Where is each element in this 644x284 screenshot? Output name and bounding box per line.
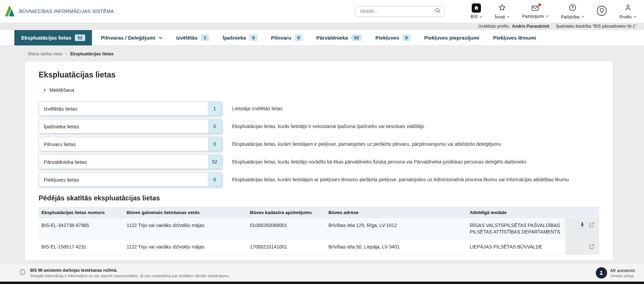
tab-badge: 0 (295, 34, 303, 41)
global-search (355, 6, 444, 17)
filter-count: 1 (208, 102, 222, 115)
search-toggle-label: Meklēšana (50, 87, 75, 93)
tab-piekluves[interactable]: Piekļuves 0 (375, 30, 410, 45)
cell-usage: 1122 Triju vai vairāku dzīvokļu mājas (124, 218, 247, 239)
tab-label: Piekļuves (375, 35, 399, 41)
recent-cases-table: Ekspluatācijas lietas numurs Būves galve… (39, 207, 599, 255)
filter-label: Īpašnieka lietas (39, 119, 208, 133)
cell-number: BIS-EL-158517-4231 (39, 239, 124, 254)
table-row[interactable]: BIS-EL-158517-4231 1122 Triju vai vairāk… (39, 239, 599, 254)
assistant-subtitle: Viedais palīgs (611, 274, 635, 278)
question-icon: ? (568, 3, 577, 13)
nav-profils-label: Profils (619, 14, 632, 19)
breadcrumb-mana-darba-vieta[interactable]: Mana darba vieta (28, 51, 62, 56)
filter-piekluves-lietas-button[interactable]: Piekļuves lietas 0 (39, 172, 222, 187)
search-icon[interactable] (435, 8, 441, 15)
cell-address: Brīvības iela 50, Liepāja, LV-3401 (326, 239, 467, 254)
nav-bis[interactable]: BIS (470, 3, 482, 19)
tab-label: Piekļuves pieprasījumi (424, 35, 480, 41)
filter-description: Lietotāja izvēlētās lietas (232, 105, 283, 112)
nav-profils[interactable]: Profils (619, 3, 636, 19)
tab-label: Piekļuves lēmumi (493, 35, 536, 41)
assistant-footer: BIS MI asistents darbojas testēšanas rež… (0, 264, 644, 282)
filter-count: 0 (208, 173, 222, 186)
filter-row: Piekļuves lietas 0 Ekspluatācijas lietas… (39, 172, 599, 187)
filter-description: Ekspluatācijas lietas, kurām lietotājam … (232, 176, 569, 183)
table-header-row: Ekspluatācijas lietas numurs Būves galve… (39, 207, 599, 218)
star-icon (498, 3, 506, 13)
bis-logo (4, 4, 16, 19)
tab-piekluves-lemumi[interactable]: Piekļuves lēmumi (493, 30, 536, 45)
filter-row: Pilnvaru lietas 0 Ekspluatācijas lietas,… (39, 137, 599, 151)
tab-badge: 1 (201, 34, 209, 41)
tab-izveletas[interactable]: Izvēlētās 1 (176, 30, 209, 45)
tab-label: Pārvaldnieka (316, 35, 348, 41)
selected-profile-organization: Īpašnieku biedrība "BIS pārvaldnieks Nr.… (556, 24, 636, 29)
notification-dot (538, 3, 541, 6)
assistant-launcher[interactable]: MI asistents Viedais palīgs (596, 267, 635, 279)
cell-authority: RĪGAS VALSTSPILSĒTAS PAŠVALDĪBAS PILSĒTA… (467, 218, 565, 239)
tab-ekspluatacijas-lietas[interactable]: Ekspluatācijas lietas 52 (14, 30, 92, 45)
chevron-down-icon (159, 37, 162, 39)
tab-badge: 0 (250, 34, 257, 41)
search-toggle[interactable]: › Meklēšana (43, 86, 74, 93)
tab-label: Īpašnieka (223, 35, 246, 41)
page-title: Ekspluatācijas lietas (39, 70, 599, 80)
info-icon (19, 269, 26, 277)
nav-pazinojumi-label: Paziņojumi (522, 14, 544, 19)
assistant-icon (596, 267, 607, 279)
cell-number: BIS-EL-342738-97965 (39, 218, 124, 239)
nav-assistant-bulb[interactable] (596, 3, 607, 19)
assistant-title: MI asistents (611, 268, 635, 273)
external-link-icon[interactable] (589, 222, 594, 228)
filter-ipasnieka-lietas-button[interactable]: Īpašnieka lietas 0 (39, 119, 222, 133)
filter-count: 0 (208, 119, 222, 133)
external-link-icon[interactable] (589, 244, 594, 249)
filter-parvaldnieka-lietas-button[interactable]: Pārvaldnieka lietas 52 (39, 155, 222, 169)
tab-piekluves-pieprasijumi[interactable]: Piekļuves pieprasījumi (424, 30, 480, 45)
cell-actions (565, 239, 599, 254)
filter-list: Izvēlētās lietas 1 Lietotāja izvēlētās l… (39, 101, 599, 187)
filter-description: Ekspluatācijas lietas, kurās lietotājs i… (232, 123, 424, 130)
chevron-down-icon (507, 16, 510, 18)
col-lietas-numurs: Ekspluatācijas lietas numurs (39, 207, 124, 218)
chevron-down-icon (546, 15, 549, 17)
chevron-down-icon (633, 16, 636, 18)
top-header: BŪVNIECĪBAS INFORMĀCIJAS SISTĒMA BIS Īsc… (0, 0, 644, 23)
filter-label: Piekļuves lietas (39, 173, 208, 186)
tab-label: Pilnvaras / Deleģējumi (101, 35, 155, 41)
filter-row: Īpašnieka lietas 0 Ekspluatācijas lietas… (39, 119, 599, 133)
home-icon (472, 3, 481, 13)
nav-palidziba[interactable]: ? Palīdzība (561, 3, 584, 19)
tab-parvaldnieka[interactable]: Pārvaldnieka 52 (316, 30, 362, 45)
tab-pilnvaras-delegejumi[interactable]: Pilnvaras / Deleģējumi (101, 30, 162, 45)
nav-isceli[interactable]: Īsceļi (495, 3, 510, 19)
tab-pilnvaru[interactable]: Pilnvaru 0 (271, 30, 303, 45)
chevron-right-icon: › (65, 51, 67, 56)
col-lietosanas-veids: Būves galvenais lietošanas veids (124, 207, 247, 218)
chevron-right-icon: › (43, 86, 46, 93)
tab-ipasnieka[interactable]: Īpašnieka 0 (223, 30, 257, 45)
filter-pilnvaru-lietas-button[interactable]: Pilnvaru lietas 0 (39, 137, 222, 151)
nav-pazinojumi[interactable]: Paziņojumi (522, 3, 549, 19)
tab-label: Izvēlētās (176, 35, 198, 41)
search-input[interactable] (359, 8, 435, 14)
brand[interactable]: BŪVNIECĪBAS INFORMĀCIJAS SISTĒMA (4, 4, 114, 19)
tab-label: Ekspluatācijas lietas (21, 35, 71, 41)
content-card: Ekspluatācijas lietas › Meklēšana Izvēlē… (25, 61, 613, 260)
chevron-down-icon (479, 16, 482, 18)
nav-palidziba-label: Palīdzība (561, 14, 579, 19)
assistant-disclaimer: BIS MI asistents darbojas testēšanas rež… (30, 268, 230, 278)
table-row[interactable]: BIS-EL-342738-97965 1122 Triju vai vairā… (39, 218, 599, 239)
cell-address: Brīvības iela 129, Rīga, LV-1012 (326, 218, 467, 239)
col-actions (565, 207, 599, 218)
cell-cadastre: 01000260068001 (247, 218, 326, 239)
filter-count: 52 (208, 155, 222, 169)
bottom-strip (0, 282, 644, 284)
filter-izveletas-lietas-button[interactable]: Izvēlētās lietas 1 (39, 101, 222, 116)
pin-icon[interactable] (580, 222, 585, 228)
chevron-down-icon (581, 16, 584, 18)
nav-isceli-label: Īsceļi (495, 14, 505, 19)
svg-text:?: ? (571, 5, 574, 10)
selected-profile-label: Izvēlētais profils: (478, 24, 510, 29)
